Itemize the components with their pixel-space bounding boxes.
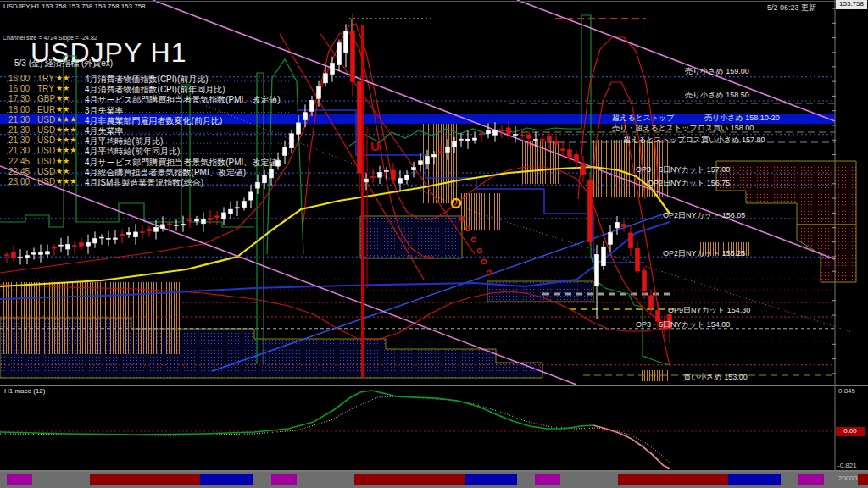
importance-stars: ★★ (56, 105, 70, 114)
calendar-row: 21:30USD★★★4月平均時給(前年同月比) (0, 146, 305, 156)
importance-stars: ★★★ (56, 177, 76, 186)
calendar-time: 21:30 (8, 125, 30, 135)
price-annotation: 売り小さめ 159.00 (685, 66, 749, 77)
calendar-currency: TRY (37, 74, 54, 83)
importance-stars: ★★ (56, 167, 70, 175)
importance-stars: ★★ (56, 94, 70, 103)
calendar-currency: USD (37, 157, 55, 166)
price-annotation: OP3・6日NYカット 157.00 (636, 164, 730, 175)
calendar-row: 22:45USD★★4月サービス部門購買担当者景気指数(PMI、改定値) (0, 157, 305, 167)
price-annotation: OP2日NYカット 156.05 (663, 210, 745, 221)
price-annotation: 買い小さめ 153.00 (683, 372, 748, 383)
calendar-time: 18:00 (8, 105, 30, 114)
macd-zero-label: 0.00 (836, 427, 865, 436)
calendar-currency: USD (37, 136, 55, 145)
calendar-time: 23:00 (8, 177, 30, 186)
calendar-row: 22:45USD★★4月総合購買担当者景気指数(PMI、改定値) (0, 167, 305, 177)
calendar-currency: EUR (37, 105, 55, 114)
symbol-ohlc-header: USDJPY,H1 153.758 153.758 153.758 153.75… (3, 3, 146, 10)
calendar-currency: TRY (37, 84, 54, 93)
importance-stars: ★★ (56, 157, 70, 165)
importance-stars: ★★★ (56, 115, 76, 124)
calendar-time: 22:45 (8, 167, 30, 176)
calendar-row: 16:00TRY★★4月消費者物価指数(CPI)(前月比) (0, 74, 305, 84)
calendar-row: 21:30USD★★★4月非農業部門雇用者数変化(前月比) (0, 115, 305, 125)
volume-scale-label: 20000 (838, 474, 857, 482)
price-annotation: OP3・6日NYカット 154.00 (636, 319, 730, 330)
importance-stars: ★★★ (56, 146, 76, 154)
importance-stars: ★★★ (56, 125, 76, 134)
importance-stars: ★★ (56, 84, 70, 92)
calendar-currency: USD (37, 115, 55, 125)
calendar-row: 23:00USD★★★4月ISM非製造業景況指数(総合) (0, 177, 305, 187)
macd-scale-top: 0.845 (838, 387, 855, 395)
calendar-row: 17:30GBP★★4月サービス部門購買担当者景気指数(PMI、改定値) (0, 94, 305, 104)
indicator-subwindow-label: H1 macd (12) (4, 387, 45, 395)
calendar-time: 17:30 (8, 94, 30, 103)
calendar-row: 16:00TRY★★4月消費者物価指数(CPI)(前年同月比) (0, 84, 305, 94)
calendar-time: 22:45 (8, 157, 30, 166)
svg-text:U: U (370, 139, 380, 153)
calendar-time: 21:30 (8, 146, 30, 155)
calendar-currency: GBP (37, 94, 55, 103)
price-annotation: 売り小さめ 158.50 (685, 90, 749, 101)
macd-scale-bottom: -0.821 (837, 462, 857, 469)
calendar-time: 16:00 (8, 74, 30, 83)
calendar-event-label: 4月ISM非製造業景況指数(総合) (85, 177, 203, 189)
calendar-header: 5/3 (金) 経済指標 (外貨ex) (14, 58, 113, 69)
calendar-currency: USD (37, 177, 55, 186)
importance-stars: ★★★ (56, 136, 76, 144)
price-annotation: OP2日NYカット 156.75 (648, 178, 730, 189)
calendar-row: 21:30USD★★★4月失業率 (0, 125, 305, 136)
updated-timestamp: 5/2 06:23 更新 (767, 3, 816, 14)
current-price-box: 153.758 (836, 0, 867, 9)
calendar-time: 21:30 (8, 136, 30, 145)
trading-chart-window: USDJPY,H1 153.758 153.758 153.758 153.75… (0, 0, 868, 488)
calendar-time: 16:00 (8, 84, 30, 93)
channel-tool-info: Channel size = 4724 Slope = -24.82 (3, 35, 97, 41)
price-annotation: 超えるとストップロス買い小さめ 157.80 (623, 135, 765, 146)
calendar-currency: USD (37, 167, 55, 176)
calendar-time: 21:30 (8, 115, 30, 125)
importance-stars: ★★ (56, 74, 70, 82)
calendar-row: 21:30USD★★★4月平均時給(前月比) (0, 136, 305, 146)
price-annotation: OP2日NYカット 155.25 (663, 248, 745, 259)
calendar-currency: USD (37, 146, 55, 155)
calendar-currency: USD (37, 125, 55, 135)
price-annotation: 売り・超えるとストップロス買い 158.00 (612, 123, 754, 134)
calendar-row: 18:00EUR★★3月失業率 (0, 105, 305, 115)
price-annotation: OP9日NYカット 154.30 (668, 305, 750, 316)
